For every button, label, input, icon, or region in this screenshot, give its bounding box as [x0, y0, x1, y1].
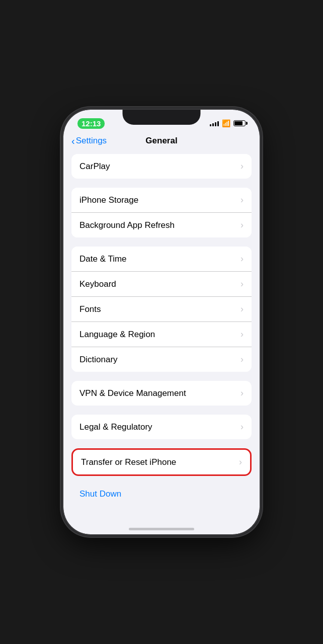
menu-item-background-app-refresh[interactable]: Background App Refresh ›	[71, 213, 252, 237]
section-group-4: VPN & Device Management ›	[71, 381, 252, 406]
shut-down-container: Shut Down	[63, 485, 260, 503]
nav-bar: ‹ Settings General	[63, 132, 260, 150]
menu-item-iphone-storage[interactable]: iPhone Storage ›	[71, 188, 252, 213]
signal-bar-4	[217, 121, 219, 126]
notch	[123, 110, 201, 125]
home-indicator	[129, 528, 194, 530]
section-group-2: iPhone Storage › Background App Refresh …	[71, 188, 252, 237]
menu-item-legal[interactable]: Legal & Regulatory ›	[71, 415, 252, 439]
section-carplay: CarPlay ›	[63, 154, 260, 179]
menu-item-carplay[interactable]: CarPlay ›	[71, 154, 252, 179]
carplay-label: CarPlay	[79, 162, 110, 172]
legal-chevron-icon: ›	[240, 422, 244, 432]
date-time-label: Date & Time	[79, 254, 127, 264]
dictionary-label: Dictionary	[79, 355, 118, 365]
back-chevron-icon: ‹	[71, 136, 75, 146]
shut-down-button[interactable]: Shut Down	[79, 489, 121, 499]
background-app-refresh-chevron-icon: ›	[240, 220, 244, 230]
menu-item-language-region[interactable]: Language & Region ›	[71, 322, 252, 347]
section-group-3: Date & Time › Keyboard › Fonts › Langu	[71, 247, 252, 372]
screen: 12:13 📶 ‹ S	[63, 110, 260, 534]
signal-bar-1	[210, 124, 211, 126]
menu-item-transfer-reset[interactable]: Transfer or Reset iPhone ›	[73, 450, 250, 474]
language-region-label: Language & Region	[79, 330, 155, 340]
menu-item-vpn[interactable]: VPN & Device Management ›	[71, 381, 252, 406]
section-storage: iPhone Storage › Background App Refresh …	[63, 188, 260, 237]
menu-item-keyboard[interactable]: Keyboard ›	[71, 272, 252, 297]
signal-bar-3	[215, 122, 216, 126]
iphone-storage-chevron-icon: ›	[240, 195, 244, 205]
carplay-chevron-icon: ›	[240, 161, 244, 172]
menu-item-date-time[interactable]: Date & Time ›	[71, 247, 252, 272]
dictionary-chevron-icon: ›	[240, 354, 244, 365]
page-title: General	[145, 136, 177, 146]
signal-bar-2	[212, 123, 214, 126]
section-datetime: Date & Time › Keyboard › Fonts › Langu	[63, 247, 260, 372]
transfer-reset-highlighted-container: Transfer or Reset iPhone ›	[71, 448, 252, 476]
section-legal: Legal & Regulatory ›	[63, 415, 260, 439]
status-icons: 📶	[210, 119, 246, 127]
language-region-chevron-icon: ›	[240, 329, 244, 340]
keyboard-chevron-icon: ›	[240, 279, 244, 289]
section-transfer: Transfer or Reset iPhone ›	[63, 448, 260, 476]
settings-list: CarPlay › iPhone Storage › Background Ap…	[63, 150, 260, 534]
iphone-storage-label: iPhone Storage	[79, 195, 138, 205]
back-button[interactable]: ‹ Settings	[71, 136, 107, 146]
legal-label: Legal & Regulatory	[79, 422, 152, 432]
menu-item-dictionary[interactable]: Dictionary ›	[71, 347, 252, 372]
phone-frame: 12:13 📶 ‹ S	[63, 110, 260, 534]
battery-icon	[233, 120, 246, 126]
section-group-5: Legal & Regulatory ›	[71, 415, 252, 439]
status-time: 12:13	[77, 118, 105, 129]
section-group-1: CarPlay ›	[71, 154, 252, 179]
menu-item-fonts[interactable]: Fonts ›	[71, 297, 252, 322]
background-app-refresh-label: Background App Refresh	[79, 220, 175, 230]
section-vpn: VPN & Device Management ›	[63, 381, 260, 406]
battery-fill	[234, 121, 243, 125]
wifi-icon: 📶	[222, 119, 230, 127]
transfer-reset-chevron-icon: ›	[239, 457, 242, 467]
keyboard-label: Keyboard	[79, 279, 116, 289]
vpn-label: VPN & Device Management	[79, 388, 186, 398]
back-label: Settings	[76, 136, 107, 146]
date-time-chevron-icon: ›	[240, 254, 244, 264]
fonts-chevron-icon: ›	[240, 304, 244, 314]
signal-bars	[210, 120, 219, 126]
vpn-chevron-icon: ›	[240, 388, 244, 398]
fonts-label: Fonts	[79, 304, 101, 314]
transfer-reset-label: Transfer or Reset iPhone	[81, 457, 176, 467]
